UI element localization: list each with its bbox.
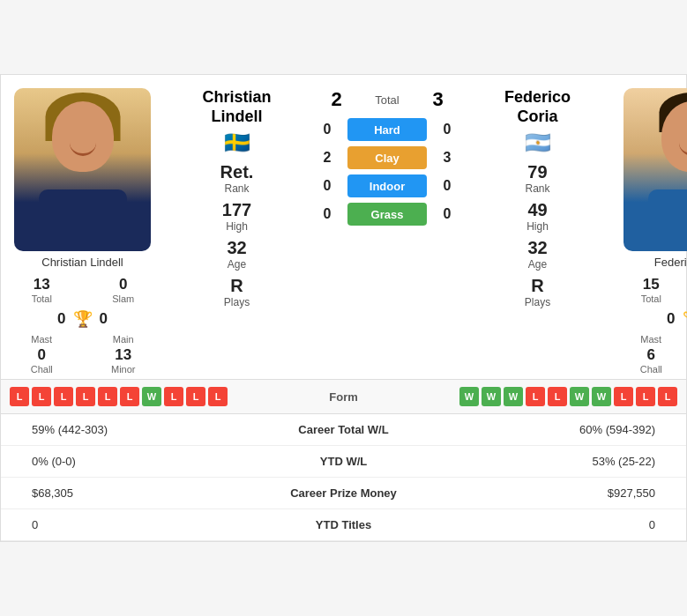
- right-player-avatar: [624, 88, 687, 251]
- right-player-name-below: Federico Coria: [615, 256, 687, 269]
- form-badge-right: L: [526, 387, 545, 406]
- grass-btn: Grass: [347, 203, 427, 226]
- clay-score-right: 3: [434, 150, 460, 166]
- form-badge-right: W: [459, 387, 479, 406]
- form-badge-right: L: [658, 387, 677, 406]
- avatar-body-left: [39, 189, 127, 251]
- left-minor-val: 13 Minor: [87, 346, 161, 375]
- grass-score-left: 0: [314, 206, 340, 222]
- form-label: Form: [300, 390, 388, 404]
- form-badge-left: L: [120, 387, 139, 406]
- stats-row: 59% (442-303)Career Total W/L60% (594-39…: [1, 414, 686, 446]
- form-badge-right: W: [592, 387, 611, 406]
- stats-row: $68,305Career Prize Money$927,550: [1, 478, 686, 509]
- left-flag: 🇸🇪: [224, 130, 250, 155]
- right-trophy-row: 0 🏆 0: [615, 309, 687, 329]
- surface-row-indoor: 0 Indoor 0: [314, 174, 460, 197]
- main-container: Christian Lindell 13 Total 0 Slam 0 🏆 0 …: [0, 74, 687, 542]
- stats-row: 0% (0-0)YTD W/L53% (25-22): [1, 446, 686, 478]
- left-stats-grid: 13 Total 0 Slam 0 🏆 0 Mast Main: [5, 276, 160, 375]
- total-score-right: 3: [422, 88, 453, 111]
- clay-btn: Clay: [347, 146, 427, 169]
- left-trophy-row: 0 🏆 0: [5, 309, 160, 329]
- left-player-name-below: Christian Lindell: [5, 256, 160, 269]
- left-player-photo-col: Christian Lindell 13 Total 0 Slam 0 🏆 0 …: [5, 88, 160, 375]
- form-badge-right: W: [482, 387, 501, 406]
- left-trophy-icon: 🏆: [73, 309, 93, 329]
- form-badge-left: L: [54, 387, 73, 406]
- hard-score-left: 0: [314, 122, 340, 137]
- stats-row-label: Career Prize Money: [247, 486, 441, 500]
- right-info-col: Federico Coria 🇦🇷 79 Rank 49 High 32 Age…: [460, 88, 615, 314]
- form-section: LLLLLLWLLL Form WWWLLWWLLL: [1, 379, 686, 413]
- right-mast-label: Mast: [615, 334, 687, 345]
- right-plays-block: R Plays: [525, 276, 550, 308]
- stats-val-left: $68,305: [14, 486, 247, 500]
- hard-score-right: 0: [434, 122, 460, 137]
- clay-score-left: 2: [314, 150, 340, 166]
- form-badge-right: L: [548, 387, 567, 406]
- left-age-block: 32 Age: [227, 238, 246, 271]
- form-badge-right: W: [570, 387, 589, 406]
- indoor-btn: Indoor: [347, 174, 427, 197]
- surface-row-clay: 2 Clay 3: [314, 146, 460, 169]
- form-badge-left: W: [142, 387, 161, 406]
- left-high-block: 177 High: [222, 200, 251, 233]
- right-stats-grid: 15 Total 0 Slam 0 🏆 0 Mast Main: [615, 276, 687, 375]
- right-trophy-icon: 🏆: [683, 309, 688, 329]
- right-high-block: 49 High: [526, 200, 549, 233]
- right-chall-val: 6 Chall: [615, 346, 687, 375]
- total-score-left: 2: [321, 88, 352, 111]
- left-main-label: Main: [87, 334, 161, 345]
- avatar-body-right: [648, 189, 688, 251]
- total-row: 2 Total 3: [314, 88, 460, 111]
- right-total-val: 15 Total: [615, 276, 687, 304]
- stats-val-left: 0% (0-0): [14, 455, 247, 468]
- total-label: Total: [352, 93, 422, 107]
- indoor-score-left: 0: [314, 178, 340, 194]
- left-plays-block: R Plays: [224, 276, 250, 308]
- form-badge-right: L: [614, 387, 633, 406]
- stats-val-right: $927,550: [441, 486, 674, 500]
- stats-val-right: 0: [441, 518, 674, 531]
- right-player-name-header: Federico Coria: [504, 88, 571, 126]
- stats-val-left: 0: [14, 518, 247, 531]
- top-area: Christian Lindell 13 Total 0 Slam 0 🏆 0 …: [1, 75, 686, 379]
- right-rank-block: 79 Rank: [525, 162, 549, 195]
- form-badge-left: L: [164, 387, 183, 406]
- form-badge-left: L: [10, 387, 29, 406]
- left-chall-val: 0 Chall: [5, 346, 78, 375]
- right-age-block: 32 Age: [527, 238, 547, 271]
- form-badges-right: WWWLLWWLLL: [392, 387, 678, 406]
- form-badges-left: LLLLLLWLLL: [10, 387, 295, 406]
- form-badge-right: W: [504, 387, 523, 406]
- stats-row-label: YTD Titles: [247, 518, 441, 531]
- right-flag: 🇦🇷: [525, 130, 551, 155]
- grass-score-right: 0: [434, 206, 460, 222]
- surface-row-grass: 0 Grass 0: [314, 203, 460, 226]
- left-player-name-header: Christian Lindell: [202, 88, 271, 126]
- left-player-avatar: [14, 88, 151, 251]
- form-badge-left: L: [186, 387, 205, 406]
- form-badge-left: L: [98, 387, 117, 406]
- form-badge-left: L: [76, 387, 95, 406]
- left-rank-block: Ret. Rank: [220, 162, 254, 195]
- form-badge-left: L: [208, 387, 228, 406]
- stats-table: 59% (442-303)Career Total W/L60% (594-39…: [1, 413, 686, 541]
- stats-row-label: YTD W/L: [247, 455, 441, 468]
- left-slam-val: 0 Slam: [87, 276, 161, 304]
- stats-val-right: 60% (594-392): [441, 423, 674, 436]
- indoor-score-right: 0: [434, 178, 460, 194]
- smile-left: [70, 143, 96, 156]
- smile-right: [679, 143, 688, 156]
- left-mast-label: Mast: [5, 334, 78, 345]
- stats-val-left: 59% (442-303): [14, 423, 247, 436]
- left-info-col: Christian Lindell 🇸🇪 Ret. Rank 177 High …: [160, 88, 314, 314]
- surface-row-hard: 0 Hard 0: [314, 118, 460, 141]
- right-player-photo-col: Federico Coria 15 Total 0 Slam 0 🏆 0 Mas…: [615, 88, 687, 375]
- stats-row: 0YTD Titles0: [1, 509, 686, 541]
- stats-row-label: Career Total W/L: [247, 423, 441, 436]
- hard-btn: Hard: [347, 118, 427, 141]
- left-total-val: 13 Total: [5, 276, 78, 304]
- stats-val-right: 53% (25-22): [441, 455, 674, 468]
